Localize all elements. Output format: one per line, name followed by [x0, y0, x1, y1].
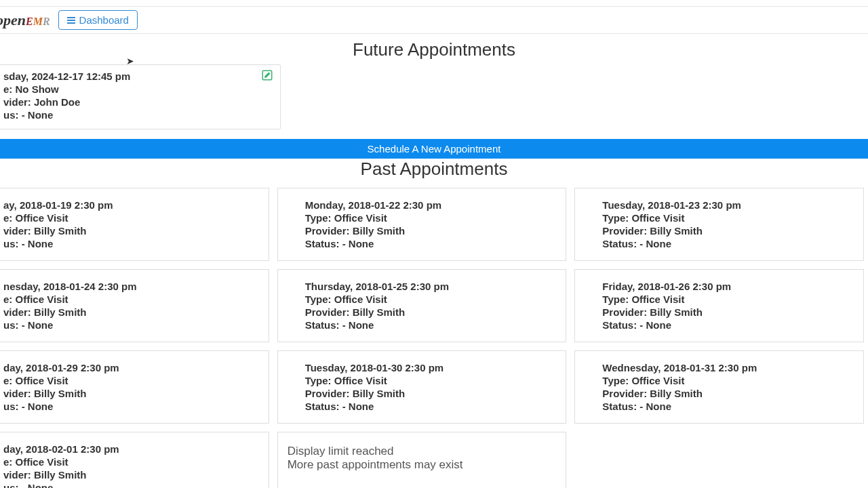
appt-type: Type: Office Visit	[305, 293, 559, 305]
limit-line1: Display limit reached	[288, 445, 557, 458]
header-bar: openEMR Dashboard	[0, 7, 868, 34]
appt-provider: Provider: Billy Smith	[602, 225, 856, 237]
display-limit-card: Display limit reached More past appointm…	[277, 432, 567, 488]
appt-provider: Provider: Billy Smith	[305, 225, 559, 237]
logo-m: M	[33, 16, 43, 27]
appt-provider: vider: Billy Smith	[3, 225, 262, 237]
edit-appointment-icon[interactable]	[261, 69, 273, 83]
appt-status: Status: - None	[305, 238, 559, 249]
top-strip	[0, 0, 868, 7]
appt-provider: Provider: Billy Smith	[305, 306, 559, 318]
logo-e: E	[26, 16, 33, 27]
dashboard-label: Dashboard	[79, 14, 129, 26]
past-appointment-card[interactable]: nesday, 2018-01-24 2:30 pm e: Office Vis…	[0, 269, 269, 342]
appt-provider: vider: Billy Smith	[3, 306, 262, 318]
past-appointments-grid: ay, 2018-01-19 2:30 pm e: Office Visit v…	[0, 184, 868, 488]
openemr-logo: openEMR	[0, 12, 50, 29]
past-appointment-card[interactable]: Friday, 2018-01-26 2:30 pm Type: Office …	[574, 269, 864, 342]
appt-status: Status: - None	[602, 238, 856, 249]
logo-r: R	[43, 16, 50, 27]
past-appointment-card[interactable]: Tuesday, 2018-01-23 2:30 pm Type: Office…	[574, 188, 864, 261]
past-appointment-card[interactable]: Monday, 2018-01-22 2:30 pm Type: Office …	[277, 188, 567, 261]
appt-type: e: Office Visit	[3, 456, 262, 468]
past-appointment-card[interactable]: Wednesday, 2018-01-31 2:30 pm Type: Offi…	[574, 350, 864, 424]
future-appointments-heading: Future Appointments	[0, 39, 868, 60]
appt-date: day, 2018-02-01 2:30 pm	[3, 443, 262, 455]
appt-date: Wednesday, 2018-01-31 2:30 pm	[602, 362, 856, 373]
appt-status: us: - None	[3, 238, 262, 249]
logo-open-text: open	[0, 12, 26, 28]
appt-type: Type: Office Visit	[602, 212, 856, 224]
appt-provider: vider: Billy Smith	[3, 469, 262, 481]
past-appointment-card[interactable]: Tuesday, 2018-01-30 2:30 pm Type: Office…	[277, 350, 567, 424]
dashboard-button[interactable]: Dashboard	[58, 10, 138, 30]
appt-provider: vider: John Doe	[3, 96, 273, 108]
appt-type: e: Office Visit	[3, 212, 262, 224]
appt-type: Type: Office Visit	[305, 212, 559, 224]
appt-status: Status: - None	[602, 401, 856, 412]
appt-provider: vider: Billy Smith	[3, 388, 262, 399]
appt-type: e: No Show	[3, 83, 273, 95]
pencil-square-icon	[261, 69, 273, 81]
future-appointment-card[interactable]: sday, 2024-12-17 12:45 pm e: No Show vid…	[0, 64, 281, 129]
appt-date: sday, 2024-12-17 12:45 pm	[3, 70, 273, 82]
appt-provider: Provider: Billy Smith	[602, 306, 856, 318]
past-appointment-card[interactable]: day, 2018-01-29 2:30 pm e: Office Visit …	[0, 350, 269, 424]
appt-date: ay, 2018-01-19 2:30 pm	[3, 199, 262, 211]
list-icon	[67, 17, 75, 24]
appt-provider: Provider: Billy Smith	[305, 388, 559, 399]
appt-type: e: Office Visit	[3, 293, 262, 305]
appt-type: Type: Office Visit	[602, 375, 856, 386]
appt-status: Status: - None	[305, 319, 559, 331]
appt-status: us: - None	[3, 109, 273, 121]
appt-date: nesday, 2018-01-24 2:30 pm	[3, 281, 262, 292]
past-appointment-card[interactable]: Thursday, 2018-01-25 2:30 pm Type: Offic…	[277, 269, 567, 342]
past-appointment-card[interactable]: day, 2018-02-01 2:30 pm e: Office Visit …	[0, 432, 269, 488]
appt-provider: Provider: Billy Smith	[602, 388, 856, 399]
appt-date: Thursday, 2018-01-25 2:30 pm	[305, 281, 559, 292]
appt-date: Monday, 2018-01-22 2:30 pm	[305, 199, 559, 211]
appt-type: Type: Office Visit	[602, 293, 856, 305]
appt-status: Status: - None	[305, 401, 559, 412]
appt-status: Status: - None	[602, 319, 856, 331]
schedule-new-appointment-button[interactable]: Schedule A New Appointment	[0, 139, 868, 159]
appt-date: Friday, 2018-01-26 2:30 pm	[602, 281, 856, 292]
appt-status: us: - None	[3, 319, 262, 331]
past-appointment-card[interactable]: ay, 2018-01-19 2:30 pm e: Office Visit v…	[0, 188, 269, 261]
appt-type: e: Office Visit	[3, 375, 262, 386]
appt-date: Tuesday, 2018-01-23 2:30 pm	[602, 199, 856, 211]
appt-status: us: - None	[3, 401, 262, 412]
appt-date: day, 2018-01-29 2:30 pm	[3, 362, 262, 373]
future-appointments-list: sday, 2024-12-17 12:45 pm e: No Show vid…	[0, 64, 868, 129]
appt-status: us: - None	[3, 482, 262, 488]
limit-line2: More past appointments may exist	[288, 458, 557, 472]
appt-type: Type: Office Visit	[305, 375, 559, 386]
appt-date: Tuesday, 2018-01-30 2:30 pm	[305, 362, 559, 373]
past-appointments-heading: Past Appointments	[0, 159, 868, 180]
